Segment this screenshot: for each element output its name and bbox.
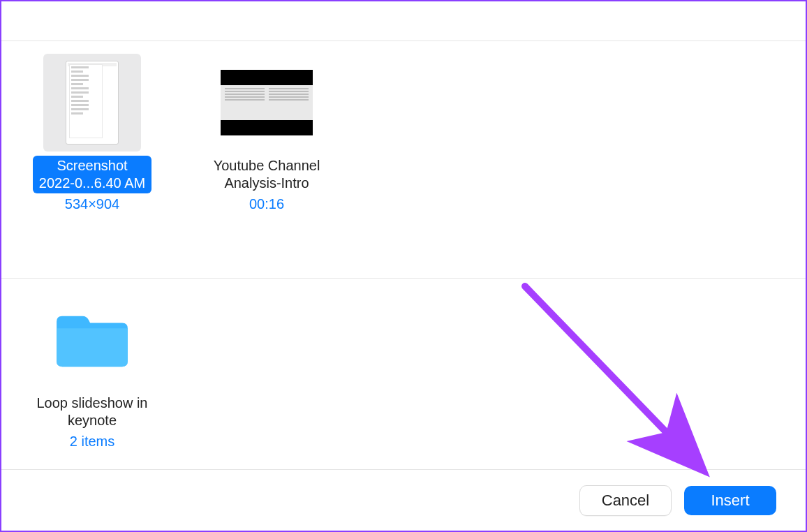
folder-item-loop-slideshow[interactable]: Loop slideshow inkeynote 2 items	[22, 291, 162, 450]
file-name-label: Youtube ChannelAnalysis-Intro	[207, 156, 327, 193]
files-section: Screenshot2022-0...6.40 AM 534×904	[1, 40, 806, 222]
file-browser-scroll-area[interactable]: Screenshot2022-0...6.40 AM 534×904	[1, 40, 806, 469]
file-name-label: Screenshot2022-0...6.40 AM	[33, 156, 151, 193]
thumbnail-screenshot	[43, 54, 141, 152]
file-meta-label: 534×904	[65, 196, 119, 212]
insert-button[interactable]: Insert	[684, 486, 776, 515]
dialog-footer: Cancel Insert	[1, 469, 806, 531]
file-item-screenshot[interactable]: Screenshot2022-0...6.40 AM 534×904	[22, 54, 162, 212]
folder-thumbnail	[43, 291, 141, 389]
folders-grid: Loop slideshow inkeynote 2 items	[22, 291, 785, 450]
files-grid: Screenshot2022-0...6.40 AM 534×904	[22, 54, 785, 212]
thumbnail-video	[218, 54, 316, 152]
cancel-button[interactable]: Cancel	[579, 485, 672, 516]
folder-meta-label: 2 items	[70, 434, 114, 450]
file-meta-label: 00:16	[249, 196, 284, 212]
folder-name-label: Loop slideshow inkeynote	[31, 393, 154, 431]
video-preview-icon	[221, 70, 313, 135]
folder-icon	[51, 308, 133, 372]
file-item-video[interactable]: Youtube ChannelAnalysis-Intro 00:16	[197, 54, 336, 212]
image-preview-icon	[66, 61, 119, 145]
folders-section: Loop slideshow inkeynote 2 items	[1, 278, 806, 459]
